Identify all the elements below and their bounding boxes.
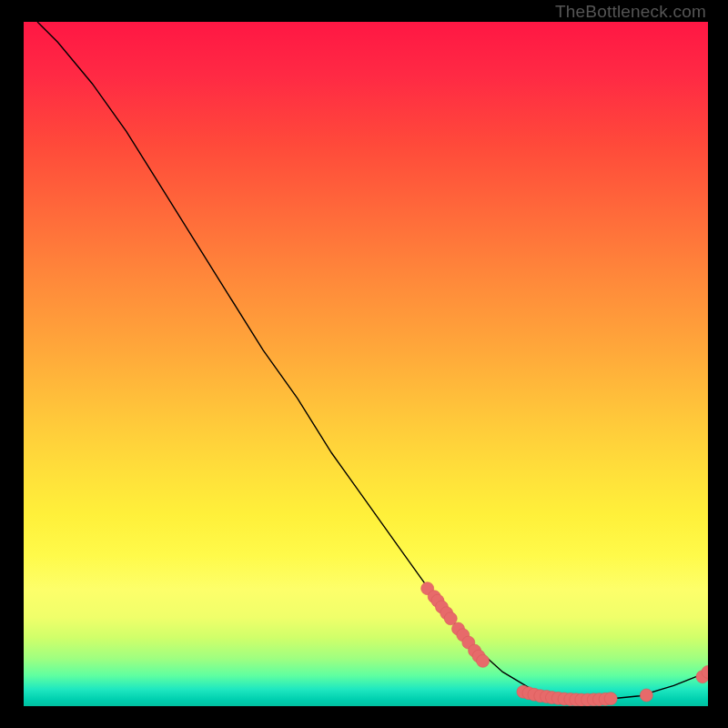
attribution-label: TheBottleneck.com [555, 2, 706, 22]
bottleneck-curve [37, 22, 708, 699]
data-point [477, 654, 490, 667]
data-point [604, 693, 617, 705]
data-point [640, 689, 652, 702]
scatter-markers [421, 582, 708, 706]
chart-svg [24, 22, 708, 706]
plot-area [24, 22, 708, 706]
